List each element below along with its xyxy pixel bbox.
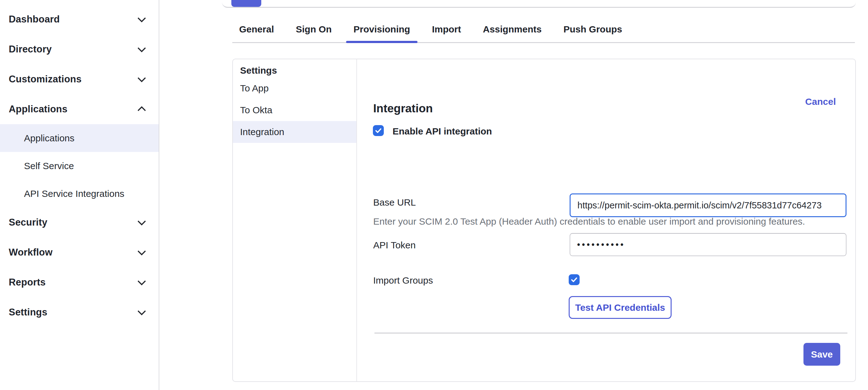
save-button[interactable]: Save xyxy=(803,343,840,366)
sidebar-subitem-applications[interactable]: Applications xyxy=(0,124,159,152)
subnav-item-to-app[interactable]: To App xyxy=(233,78,356,99)
chevron-down-icon xyxy=(137,308,146,317)
sidebar-item-label: Settings xyxy=(9,307,48,318)
tab-assignments[interactable]: Assignments xyxy=(483,17,541,42)
top-tab-strip xyxy=(222,0,856,8)
sidebar-subitem-api-service-integrations[interactable]: API Service Integrations xyxy=(0,180,159,208)
enable-api-checkbox[interactable] xyxy=(373,125,384,136)
sidebar-item-dashboard[interactable]: Dashboard xyxy=(0,4,159,34)
api-token-input[interactable] xyxy=(569,233,846,256)
tab-sign-on[interactable]: Sign On xyxy=(296,17,332,42)
sidebar-item-directory[interactable]: Directory xyxy=(0,34,159,64)
credentials-description: Enter your SCIM 2.0 Test App (Header Aut… xyxy=(373,216,805,227)
sidebar-item-label: Reports xyxy=(9,277,46,288)
settings-subnav: Settings To App To Okta Integration xyxy=(233,59,357,381)
cancel-link[interactable]: Cancel xyxy=(805,96,836,107)
subnav-header: Settings xyxy=(233,64,356,78)
checkmark-icon xyxy=(375,127,382,134)
tab-general[interactable]: General xyxy=(239,17,274,42)
sidebar-subitem-label: API Service Integrations xyxy=(24,188,124,199)
base-url-label: Base URL xyxy=(373,197,416,208)
chevron-down-icon xyxy=(137,75,146,83)
test-api-credentials-button[interactable]: Test API Credentials xyxy=(569,296,672,319)
chevron-down-icon xyxy=(137,248,146,257)
sidebar-item-workflow[interactable]: Workflow xyxy=(0,237,159,267)
sidebar-item-applications[interactable]: Applications xyxy=(0,94,159,124)
sidebar-item-label: Customizations xyxy=(9,73,82,85)
sidebar-subitem-self-service[interactable]: Self Service xyxy=(0,152,159,180)
sidebar-item-label: Security xyxy=(9,217,48,228)
sidebar-subitem-label: Applications xyxy=(24,133,74,144)
sidebar-item-security[interactable]: Security xyxy=(0,208,159,237)
tab-push-groups[interactable]: Push Groups xyxy=(563,17,622,42)
chevron-down-icon xyxy=(137,278,146,287)
chevron-up-icon xyxy=(137,105,146,113)
sidebar-item-label: Dashboard xyxy=(9,14,60,25)
api-token-label: API Token xyxy=(373,240,415,250)
sidebar: Dashboard Directory Customizations Appli… xyxy=(0,0,159,390)
base-url-input[interactable] xyxy=(569,193,846,217)
integration-panel: Integration Cancel Enable API integratio… xyxy=(357,59,855,381)
provisioning-card: Settings To App To Okta Integration Inte… xyxy=(232,59,856,382)
chevron-down-icon xyxy=(137,218,146,227)
checkmark-icon xyxy=(570,276,578,283)
provisioning-page: Dashboard Directory Customizations Appli… xyxy=(0,0,868,390)
enable-api-label: Enable API integration xyxy=(393,126,492,137)
app-tab-bar: General Sign On Provisioning Import Assi… xyxy=(232,17,855,43)
chevron-down-icon xyxy=(137,45,146,53)
tab-provisioning[interactable]: Provisioning xyxy=(353,17,410,42)
sidebar-item-label: Directory xyxy=(9,44,52,55)
sidebar-item-label: Workflow xyxy=(9,247,53,258)
active-tab-indicator xyxy=(231,0,261,7)
sidebar-item-customizations[interactable]: Customizations xyxy=(0,64,159,94)
tab-import[interactable]: Import xyxy=(432,17,461,42)
footer-divider xyxy=(374,333,847,333)
import-groups-label: Import Groups xyxy=(373,275,433,286)
page-title: Integration xyxy=(373,102,433,115)
sidebar-item-settings[interactable]: Settings xyxy=(0,297,159,327)
sidebar-subitem-label: Self Service xyxy=(24,161,74,171)
import-groups-checkbox[interactable] xyxy=(569,274,580,285)
chevron-down-icon xyxy=(137,15,146,23)
sidebar-item-reports[interactable]: Reports xyxy=(0,267,159,297)
subnav-item-to-okta[interactable]: To Okta xyxy=(233,99,356,121)
sidebar-item-label: Applications xyxy=(9,103,67,115)
subnav-item-integration[interactable]: Integration xyxy=(233,121,356,143)
